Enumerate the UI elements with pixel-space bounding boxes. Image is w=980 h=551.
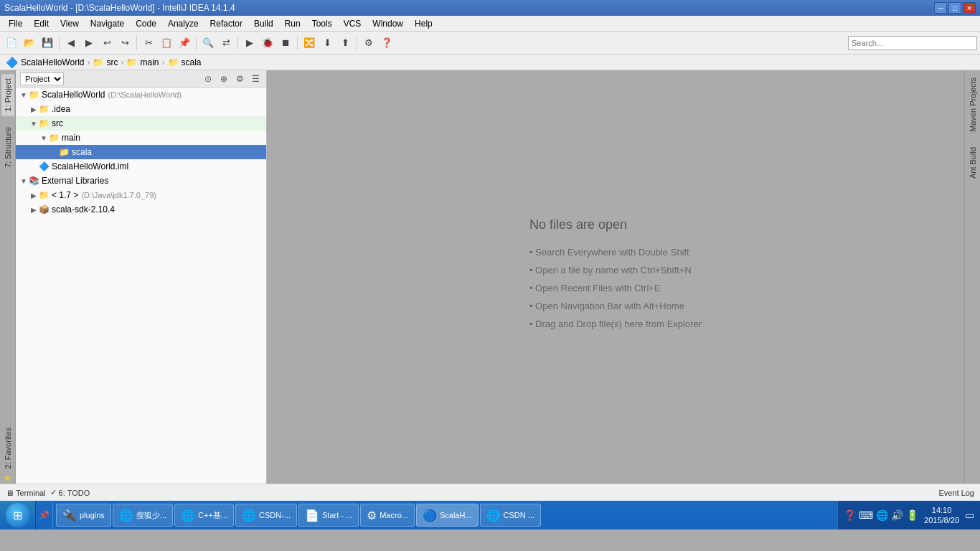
taskbar-macro[interactable]: ⚙ Macro... — [360, 504, 415, 527]
menu-build[interactable]: Build — [248, 17, 279, 30]
toolbar-vcs[interactable]: 🔀 — [301, 34, 318, 52]
toolbar-open[interactable]: 📂 — [21, 34, 38, 52]
tree-item-iml[interactable]: 🔷 ScalaHelloWorld.iml — [16, 159, 266, 174]
tree-item-root[interactable]: ▼ 📁 ScalaHelloWorld (D:\ScalaHelloWorld) — [16, 88, 266, 102]
right-tab-maven[interactable]: Maven Projects — [966, 73, 979, 136]
arrow-root: ▼ — [19, 91, 29, 99]
tray-help-icon[interactable]: ❓ — [844, 509, 856, 521]
hint-4: • Open Navigation Bar with Alt+Home — [529, 301, 702, 311]
toolbar-cut[interactable]: ✂ — [140, 34, 157, 52]
status-event-log[interactable]: Event Log — [938, 489, 974, 497]
panel-icon-settings[interactable]: ⚙ — [233, 72, 246, 85]
menu-edit[interactable]: Edit — [28, 17, 55, 30]
toolbar-run[interactable]: ▶ — [241, 34, 258, 52]
tray-battery-icon[interactable]: 🔋 — [906, 509, 918, 521]
toolbar-back[interactable]: ◀ — [62, 34, 80, 52]
macro-icon: ⚙ — [367, 509, 377, 522]
breadcrumb-main[interactable]: main — [140, 57, 159, 67]
project-dropdown[interactable]: Project — [20, 72, 64, 85]
menu-analyze[interactable]: Analyze — [162, 17, 204, 30]
tree-item-src[interactable]: ▼ 📁 src — [16, 116, 266, 131]
arrow-jdk: ▶ — [29, 192, 39, 199]
status-todo[interactable]: ✓ 6: TODO — [50, 488, 90, 497]
tree-item-main[interactable]: ▼ 📁 main — [16, 131, 266, 145]
toolbar: 📄 📂 💾 ◀ ▶ ↩ ↪ ✂ 📋 📌 🔍 ⇄ ▶ 🐞 ⏹ 🔀 ⬇ ⬆ ⚙ ❓ — [0, 32, 980, 55]
breadcrumb-src[interactable]: src — [106, 57, 118, 67]
start-pdf-label: Start - ... — [322, 511, 352, 519]
taskbar-browser2[interactable]: 🌐 C++基... — [174, 504, 234, 527]
status-right: Event Log — [938, 489, 974, 497]
status-terminal[interactable]: 🖥 Terminal — [6, 489, 46, 497]
toolbar-sep2 — [136, 36, 137, 50]
panel-icon-menu[interactable]: ☰ — [249, 72, 262, 85]
toolbar-copy[interactable]: 📋 — [158, 34, 175, 52]
toolbar-settings[interactable]: ⚙ — [360, 34, 377, 52]
menu-run[interactable]: Run — [279, 17, 306, 30]
breadcrumb-scala[interactable]: scala — [182, 57, 202, 67]
toolbar-save[interactable]: 💾 — [39, 34, 56, 52]
taskbar-start-pdf[interactable]: 📄 Start - ... — [298, 504, 359, 527]
menu-navigate[interactable]: Navigate — [85, 17, 130, 30]
minimize-button[interactable]: ─ — [934, 2, 947, 14]
tray-keyboard-icon[interactable]: ⌨ — [859, 509, 873, 521]
breadcrumb-sep2: › — [121, 57, 123, 67]
toolbar-help[interactable]: ❓ — [378, 34, 395, 52]
toolbar-undo[interactable]: ↩ — [98, 34, 116, 52]
menu-code[interactable]: Code — [130, 17, 162, 30]
close-button[interactable]: ✕ — [963, 2, 976, 14]
taskbar-browser1[interactable]: 🌐 搜狐少... — [113, 504, 173, 527]
panel-icon-expand[interactable]: ⊕ — [217, 72, 230, 85]
icon-root: 📁 — [29, 90, 39, 100]
taskbar-pinned-1[interactable]: 📌 — [37, 510, 51, 520]
taskbar-csdn2[interactable]: 🌐 CSDN ... — [480, 504, 541, 527]
menu-tools[interactable]: Tools — [306, 17, 338, 30]
icon-idea: 📁 — [39, 104, 50, 114]
toolbar-new[interactable]: 📄 — [3, 34, 20, 52]
taskbar-csdn1[interactable]: 🌐 CSDN-... — [235, 504, 297, 527]
breadcrumb-root-icon: 🔷 — [6, 57, 18, 68]
menu-help[interactable]: Help — [409, 17, 438, 30]
tray-show-desktop[interactable]: ▭ — [965, 509, 974, 521]
breadcrumb-main-icon: 📁 — [126, 57, 137, 67]
toolbar-forward[interactable]: ▶ — [80, 34, 98, 52]
toolbar-commit[interactable]: ⬆ — [336, 34, 354, 52]
panel-icon-sync[interactable]: ⊙ — [202, 72, 215, 85]
star-icon: ★ — [3, 472, 12, 484]
start-button[interactable]: ⊞ — [0, 501, 36, 529]
menu-vcs[interactable]: VCS — [338, 17, 367, 30]
toolbar-stop[interactable]: ⏹ — [277, 34, 294, 52]
toolbar-sep5 — [297, 36, 298, 50]
tree-item-sdk[interactable]: ▶ 📦 scala-sdk-2.10.4 — [16, 202, 266, 217]
system-clock[interactable]: 14:10 2015/8/20 — [921, 505, 962, 526]
tree-item-extlibs[interactable]: ▼ 📚 External Libraries — [16, 174, 266, 188]
toolbar-find[interactable]: 🔍 — [199, 34, 217, 52]
toolbar-sep1 — [59, 36, 60, 50]
toolbar-replace[interactable]: ⇄ — [217, 34, 235, 52]
tree-item-idea[interactable]: ▶ 📁 .idea — [16, 102, 266, 116]
tree-item-jdk[interactable]: ▶ 📁 < 1.7 > (D:\Java\jdk1.7.0_79) — [16, 188, 266, 202]
maximize-button[interactable]: □ — [948, 2, 961, 14]
taskbar-plugins[interactable]: 🔌 plugins — [56, 504, 111, 527]
tray-network-icon[interactable]: 🌐 — [876, 509, 888, 521]
label-main: main — [62, 133, 80, 143]
scala-idea-icon: 🔵 — [423, 509, 437, 522]
right-tab-ant[interactable]: Ant Build — [966, 143, 979, 183]
left-tab-structure[interactable]: 7: Structure — [1, 123, 14, 172]
toolbar-update[interactable]: ⬇ — [319, 34, 336, 52]
menu-refactor[interactable]: Refactor — [204, 17, 248, 30]
toolbar-redo[interactable]: ↪ — [116, 34, 133, 52]
toolbar-debug[interactable]: 🐞 — [259, 34, 276, 52]
taskbar-scala-idea[interactable]: 🔵 ScalaH... — [416, 504, 479, 527]
breadcrumb-project[interactable]: ScalaHelloWorld — [21, 57, 84, 67]
tree-item-scala[interactable]: 📁 scala — [16, 145, 266, 159]
toolbar-paste[interactable]: 📌 — [176, 34, 193, 52]
menu-file[interactable]: File — [3, 17, 28, 30]
menu-view[interactable]: View — [55, 17, 85, 30]
tray-speaker-icon[interactable]: 🔊 — [891, 509, 903, 521]
icon-extlibs: 📚 — [29, 176, 39, 186]
icon-iml: 🔷 — [39, 161, 50, 171]
left-tab-project[interactable]: 1: Project — [1, 73, 15, 116]
toolbar-search-input[interactable] — [848, 36, 977, 50]
menu-window[interactable]: Window — [367, 17, 409, 30]
icon-sdk: 📦 — [39, 204, 50, 215]
